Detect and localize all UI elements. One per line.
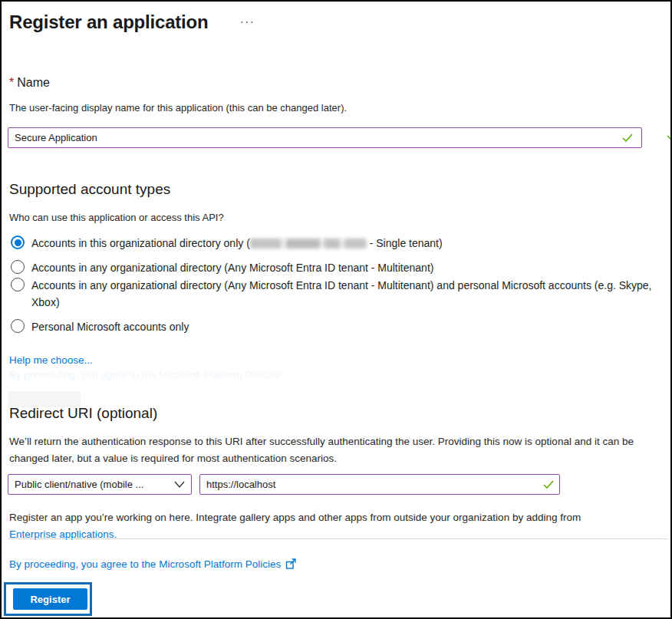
policies-line: By proceeding, you agree to the Microsof… bbox=[9, 558, 297, 570]
redirect-uri-description: We’ll return the authentication response… bbox=[9, 433, 669, 467]
ghost-policies-text: By proceeding, you agree to the Microsof… bbox=[9, 369, 281, 380]
checkmark-icon bbox=[622, 133, 633, 142]
platform-selected-value: Public client/native (mobile ... bbox=[15, 479, 174, 490]
required-asterisk: * bbox=[9, 76, 14, 89]
account-type-option-multitenant-personal[interactable]: Accounts in any organizational directory… bbox=[11, 277, 662, 311]
radio-button[interactable] bbox=[11, 260, 25, 274]
checkmark-icon bbox=[543, 480, 554, 489]
account-type-option-personal-only[interactable]: Personal Microsoft accounts only bbox=[11, 318, 189, 335]
checkmark-icon-partial bbox=[667, 131, 672, 140]
radio-label: Personal Microsoft accounts only bbox=[31, 318, 189, 335]
divider bbox=[8, 538, 667, 539]
chevron-down-icon bbox=[174, 481, 185, 488]
name-input[interactable] bbox=[8, 127, 642, 148]
register-button[interactable]: Register bbox=[13, 588, 87, 610]
redacted-tenant-name bbox=[250, 239, 367, 249]
name-input-wrap bbox=[8, 127, 642, 148]
register-application-blade: Register an application ... *Name The us… bbox=[0, 0, 672, 619]
name-label: *Name bbox=[9, 76, 50, 90]
redirect-uri-heading: Redirect URI (optional) bbox=[9, 405, 157, 422]
radio-label: Accounts in any organizational directory… bbox=[31, 277, 662, 311]
external-link-icon bbox=[285, 558, 297, 569]
redirect-uri-input[interactable] bbox=[199, 474, 560, 495]
radio-button-selected[interactable] bbox=[11, 235, 25, 249]
radio-label: Accounts in this organizational director… bbox=[31, 235, 443, 252]
page-title: Register an application bbox=[9, 12, 208, 33]
annotation-highlight-box: Register bbox=[4, 582, 92, 616]
radio-button[interactable] bbox=[11, 278, 25, 291]
platform-policies-link[interactable]: By proceeding, you agree to the Microsof… bbox=[9, 558, 281, 570]
name-description: The user-facing display name for this ap… bbox=[9, 102, 347, 114]
name-label-text: Name bbox=[17, 76, 50, 89]
radio-label: Accounts in any organizational directory… bbox=[31, 259, 433, 276]
enterprise-apps-text: Register an app you’re working on here. … bbox=[9, 512, 581, 523]
account-types-question: Who can use this application or access t… bbox=[9, 212, 224, 223]
account-type-option-single-tenant[interactable]: Accounts in this organizational director… bbox=[11, 235, 443, 252]
supported-account-types-heading: Supported account types bbox=[9, 181, 170, 198]
account-type-option-multitenant[interactable]: Accounts in any organizational directory… bbox=[11, 259, 433, 276]
help-me-choose-link[interactable]: Help me choose... bbox=[9, 354, 93, 366]
more-options-icon[interactable]: ... bbox=[240, 12, 255, 26]
radio-button[interactable] bbox=[11, 319, 25, 333]
redirect-uri-input-wrap bbox=[199, 474, 560, 495]
platform-select-dropdown[interactable]: Public client/native (mobile ... bbox=[8, 474, 192, 495]
